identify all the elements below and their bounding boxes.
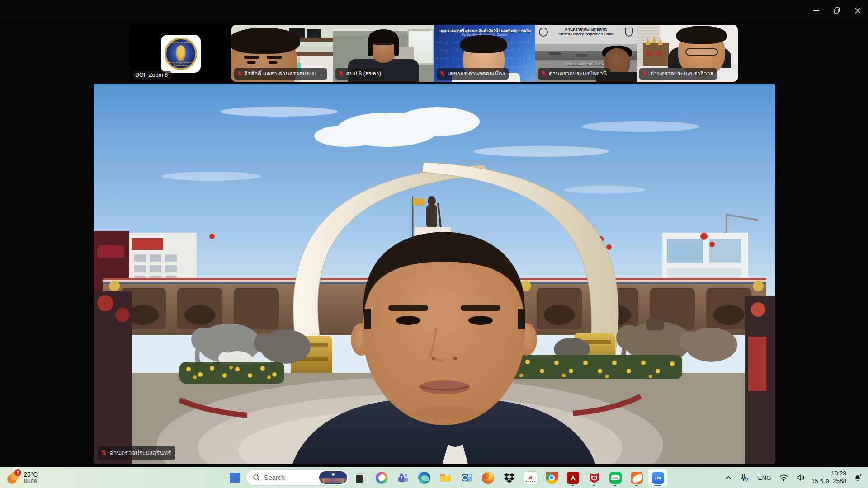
seal-text-top: Department of Fisheries [166,41,195,44]
close-button[interactable] [847,1,868,19]
outlook-button[interactable] [457,469,476,487]
search-placeholder: Search [264,474,315,481]
participant-name-pill: ด่านตรวจประมงปัตตานี [538,68,610,80]
muted-mic-icon [338,70,344,77]
close-icon [855,8,861,14]
weather-condition: มีแดด [24,478,38,484]
copilot-button[interactable] [372,469,391,487]
hidden-icons-button[interactable] [722,469,735,486]
participant-name-pill: จิรศักดิ์ แดสา ด่านตรวจประมงชุมพร [234,68,327,80]
system-tray: ENG 10:28 15 ธ.ค. 2568 [722,469,865,487]
svg-text:T: T [401,475,403,479]
participant-name: ศบป.8 (สขลา) [346,69,381,78]
participant-name-pill: เดชาธร ด่านฯดอนเมือง [437,68,509,80]
taskbar-search[interactable]: Search [246,470,349,485]
teams-button[interactable]: T [393,469,412,487]
monitor [307,29,321,38]
active-speaker-name: ด่านตรวจประมงสุรินทร์ [109,448,171,458]
bing-daily-image[interactable] [319,471,347,484]
glasses [374,43,392,47]
participant-tile-dof-zoom[interactable]: Department of Fisheries Ministry of Agri… [130,25,231,82]
file-explorer-button[interactable] [436,469,455,487]
active-speaker-video: ด่านตรวจประมงสุรินทร์ [94,84,775,464]
minimize-icon [813,8,819,14]
dropbox-icon [503,472,515,484]
participant-name: จิรศักดิ์ แดสา ด่านตรวจประมงชุมพร [245,69,324,78]
mcafee-button[interactable] [585,469,604,487]
minimize-button[interactable] [806,1,826,19]
notification-button[interactable]: z [850,469,865,486]
task-view-button[interactable] [351,469,370,487]
mic-in-use-indicator[interactable] [736,469,753,486]
zoom-app-window: Department of Fisheries Ministry of Agri… [0,0,868,488]
network-button[interactable] [776,469,791,486]
seal-text-bottom: Ministry of Agriculture and Cooperatives [166,61,195,66]
foxit-icon [631,472,643,484]
start-button[interactable] [225,469,244,487]
active-speaker-name-pill: ด่านตรวจประมงสุรินทร์ [98,446,175,460]
volume-button[interactable] [793,469,808,486]
muted-mic-icon [642,70,648,77]
acrobat-button[interactable] [563,469,582,487]
chevron-up-icon [726,476,731,479]
wifi-icon [779,474,788,481]
foxit-button[interactable] [627,469,646,487]
participant-tile-pattani[interactable]: ด่านตรวจประมงปัตตานี Pattani Fishery Ins… [535,25,637,82]
a-app-button[interactable]: a [521,469,540,487]
a-app-icon: a [524,472,537,484]
surin-monument-scene [94,84,775,464]
participant-name: DOF Zoom 6 [135,72,168,78]
participant-name: ด่านตรวจประมงนราธิวาส [650,69,713,78]
fisheries-seal-icon: Department of Fisheries Ministry of Agri… [165,38,197,70]
virtual-bg-subtitle: Pattani Fishery Inspection Office [535,32,637,36]
clock-widget[interactable]: 10:28 15 ธ.ค. 2568 [810,470,848,485]
participant-name: เดชาธร ด่านฯดอนเมือง [448,69,505,78]
participant-filmstrip: Department of Fisheries Ministry of Agri… [0,25,868,82]
acrobat-icon [567,472,579,484]
restore-icon [834,7,840,14]
restore-button[interactable] [826,1,847,19]
windows-taskbar: 2 25°C มีแดด Search [0,467,868,488]
taskbar-center: Search T [225,469,667,487]
search-icon [253,474,260,481]
glasses [685,48,718,56]
language-indicator[interactable]: ENG [755,469,774,486]
zoom-icon: zm [652,472,664,484]
copilot-icon [376,472,388,484]
muted-mic-icon [540,70,547,77]
edge-icon [418,472,430,484]
firefox-button[interactable] [478,469,497,487]
chrome-button[interactable] [542,469,561,487]
muted-mic-icon [236,70,242,77]
weather-temperature: 25°C [24,471,38,478]
muted-mic-icon [100,450,107,456]
outlook-icon [461,472,473,484]
participant-tile-chumphon[interactable]: จิรศักดิ์ แดสา ด่านตรวจประมงชุมพร [231,25,333,82]
weather-badge: 2 [14,469,21,476]
participant-tile-narathiwat[interactable]: ด่านตรวจประมงนราธิวาส [637,25,738,82]
participant-name-pill: DOF Zoom 6 [133,71,171,80]
weather-widget[interactable]: 2 25°C มีแดด [5,469,40,487]
firefox-icon [482,472,494,484]
participant-name-pill: ด่านตรวจประมงนราธิวาส [639,68,717,80]
tray-time: 10:28 [811,470,846,478]
chrome-icon [546,472,558,484]
participant-tile-donmueang[interactable]: กองตรวจสอบเรือประมง สินค้าสัตว์น้ำ และปั… [434,25,535,82]
file-explorer-icon [439,472,452,484]
speaker-icon [796,474,805,481]
participant-tile-sbp8-songkhla[interactable]: ศบป.8 (สขลา) [333,25,434,82]
participant-name: ด่านตรวจประมงปัตตานี [549,69,607,78]
window-controls [806,0,868,21]
dof-logo: Department of Fisheries Ministry of Agri… [161,35,201,73]
muted-mic-icon [439,70,445,77]
zoom-app-button[interactable]: zm [648,469,667,487]
title-bar [0,0,868,21]
edge-button[interactable] [415,469,434,487]
line-icon: LINE [609,472,622,484]
mcafee-icon [588,472,600,484]
sunny-weather-icon: 2 [7,472,19,484]
svg-text:z: z [860,474,862,477]
line-button[interactable]: LINE [606,469,625,487]
language-code: ENG [758,474,771,481]
dropbox-button[interactable] [500,469,519,487]
